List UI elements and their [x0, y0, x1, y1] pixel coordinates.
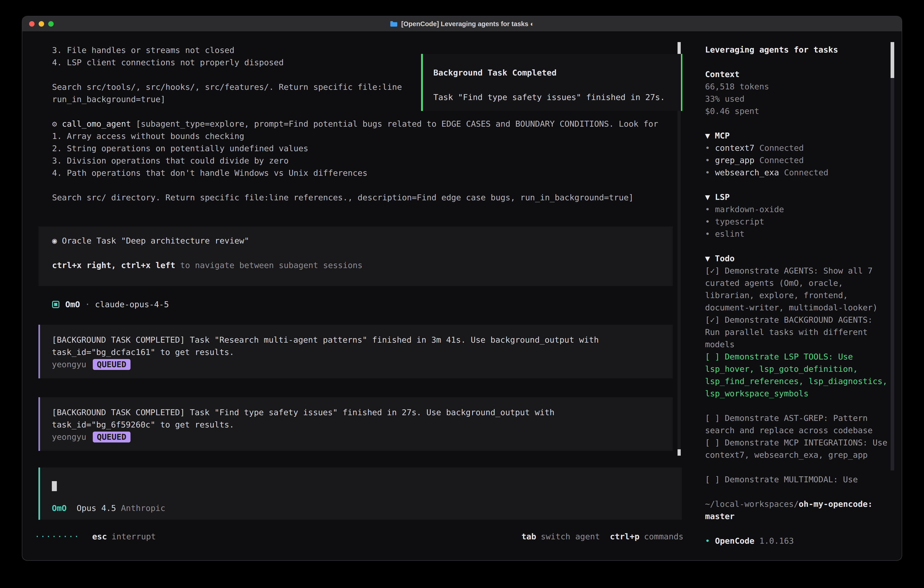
oracle-task-title-row: ◉ Oracle Task "Deep architecture review"	[52, 235, 673, 247]
tool-list-item: 4. Path operations that don't handle Win…	[52, 167, 673, 179]
separator-dot: ·	[85, 298, 90, 311]
message-line: task_id="bg_dcfac161" to get results.	[52, 346, 666, 358]
sidebar: Leveraging agents for tasks Context 66,5…	[705, 44, 890, 547]
spacer	[705, 179, 890, 191]
message-meta-row: yeongyuQUEUED	[52, 358, 666, 371]
toast-blank-line	[433, 79, 672, 91]
lsp-name: typescript	[715, 217, 764, 226]
bullet-icon: •	[705, 229, 710, 238]
spinner-dots: ········	[35, 530, 79, 543]
folder-icon	[390, 21, 398, 27]
lsp-name: eslint	[715, 229, 745, 238]
tool-list-item: 2. String operations on potentially unde…	[52, 142, 673, 155]
window-title: [OpenCode] Leveraging agents for tasks ◐	[390, 18, 534, 30]
tool-call-footer: Search src/ directory. Return specific f…	[52, 192, 673, 204]
todo-item-done: [✓] Demonstrate BACKGROUND AGENTS: Run p…	[705, 314, 890, 351]
mcp-name: context7	[715, 143, 754, 153]
toast-body: Task "Find type safety issues" finished …	[433, 91, 672, 104]
message-line: task_id="bg_6f59260c" to get results.	[52, 419, 666, 431]
bullet-icon: •	[705, 143, 710, 153]
oracle-navigation-hint: ctrl+x right, ctrl+x left to navigate be…	[52, 259, 673, 271]
workspace-path: ~/local-workspaces/oh-my-opencode:	[705, 498, 890, 510]
gear-icon: ⚙	[52, 119, 57, 129]
model-row: OmOOpus 4.5 Anthropic	[52, 502, 682, 514]
message-meta-row: yeongyuQUEUED	[52, 431, 666, 443]
window-titlebar: [OpenCode] Leveraging agents for tasks ◐	[22, 17, 902, 32]
context-tokens: 66,518 tokens	[705, 81, 890, 93]
agent-header: OmO · claude-opus-4-5	[38, 298, 673, 311]
input-provider-name: Anthropic	[121, 504, 165, 513]
message-line: [BACKGROUND TASK COMPLETED] Task "Resear…	[52, 334, 666, 346]
zoom-button[interactable]	[48, 21, 54, 26]
hint-text: to navigate between subagent sessions	[175, 261, 363, 270]
oracle-task-panel: ◉ Oracle Task "Deep architecture review"…	[38, 226, 673, 286]
status-right: tab switch agent ctrl+p commands	[521, 530, 683, 543]
chat-scrollbar-thumb-bottom[interactable]	[678, 449, 681, 456]
oracle-task-title: Oracle Task "Deep architecture review"	[57, 236, 249, 245]
spacer	[705, 400, 890, 412]
todo-section-heading[interactable]: ▼ Todo	[705, 253, 890, 265]
ctrlp-key-label: commands	[644, 530, 683, 543]
workspace-repo: oh-my-opencode:	[799, 499, 873, 509]
app-name: OpenCode	[715, 536, 754, 545]
traffic-lights	[29, 17, 54, 31]
app-version-row: •OpenCode 1.0.163	[705, 535, 890, 547]
toast-title: Background Task Completed	[433, 67, 672, 79]
tool-args: [subagent_type=explore, prompt=Find pote…	[136, 119, 658, 129]
background-task-message: [BACKGROUND TASK COMPLETED] Task "Resear…	[38, 325, 673, 378]
todo-item-pending: [ ] Demonstrate MULTIMODAL: Use	[705, 473, 890, 486]
bullet-icon: •	[705, 536, 710, 545]
sidebar-scrollbar[interactable]	[891, 42, 894, 471]
tool-name: call_omo_agent	[62, 119, 131, 129]
session-title: Leveraging agents for tasks	[705, 44, 890, 56]
lsp-item: •markdown-oxide	[705, 203, 890, 216]
oracle-record-icon: ◉	[52, 236, 57, 245]
text-cursor	[52, 481, 57, 491]
lsp-name: markdown-oxide	[715, 205, 784, 214]
message-author: yeongyu	[52, 360, 86, 369]
queued-badge: QUEUED	[93, 431, 130, 443]
background-task-toast: Background Task Completed Task "Find typ…	[421, 54, 682, 111]
lsp-item: •typescript	[705, 216, 890, 228]
spacer	[705, 240, 890, 253]
log-blank-line	[52, 247, 673, 259]
spacer	[705, 461, 890, 473]
bullet-icon: •	[705, 217, 710, 226]
close-button[interactable]	[29, 21, 35, 26]
context-spent: $0.46 spent	[705, 105, 890, 117]
message-line: [BACKGROUND TASK COMPLETED] Task "Find t…	[52, 406, 666, 419]
workspace-branch: master	[705, 510, 890, 522]
context-heading: Context	[705, 68, 890, 81]
spacer	[705, 522, 890, 535]
message-author: yeongyu	[52, 432, 86, 441]
sidebar-scrollbar-thumb[interactable]	[891, 42, 894, 78]
tool-list-item: 3. Division operations that could divide…	[52, 155, 673, 167]
tool-call-header: ⚙ call_omo_agent [subagent_type=explore,…	[52, 118, 673, 130]
input-model-name: Opus 4.5	[77, 504, 116, 513]
opencode-terminal-window: [OpenCode] Leveraging agents for tasks ◐…	[22, 16, 902, 561]
mcp-status: Connected	[759, 155, 804, 165]
chat-log: 3. File handles or streams not closed 4.…	[38, 44, 673, 520]
todo-item-pending: [ ] Demonstrate AST-GREP: Pattern search…	[705, 412, 890, 436]
esc-key-label: interrupt	[111, 530, 156, 543]
mcp-name: websearch_exa	[715, 168, 779, 177]
spacer	[705, 117, 890, 130]
tab-key-hint: tab	[521, 530, 536, 543]
queued-badge: QUEUED	[93, 359, 130, 370]
tool-list-item: 1. Array access without bounds checking	[52, 130, 673, 142]
log-blank-line	[52, 179, 673, 192]
spacer	[705, 486, 890, 498]
prompt-input[interactable]: OmOOpus 4.5 Anthropic	[38, 467, 682, 520]
minimize-button[interactable]	[39, 21, 44, 26]
todo-item-done: [✓] Demonstrate AGENTS: Show all 7 curat…	[705, 265, 890, 314]
mcp-section-heading[interactable]: ▼ MCP	[705, 130, 890, 142]
hint-keys: ctrl+x right, ctrl+x left	[52, 261, 175, 270]
window-title-text: [OpenCode] Leveraging agents for tasks ◐	[401, 18, 534, 30]
tool-call-block: ⚙ call_omo_agent [subagent_type=explore,…	[38, 118, 673, 204]
bullet-icon: •	[705, 168, 710, 177]
mcp-item: •context7Connected	[705, 142, 890, 154]
mcp-status: Connected	[759, 143, 804, 153]
mcp-item: •grep_appConnected	[705, 154, 890, 167]
lsp-section-heading[interactable]: ▼ LSP	[705, 191, 890, 203]
esc-key-hint: esc	[92, 530, 107, 543]
